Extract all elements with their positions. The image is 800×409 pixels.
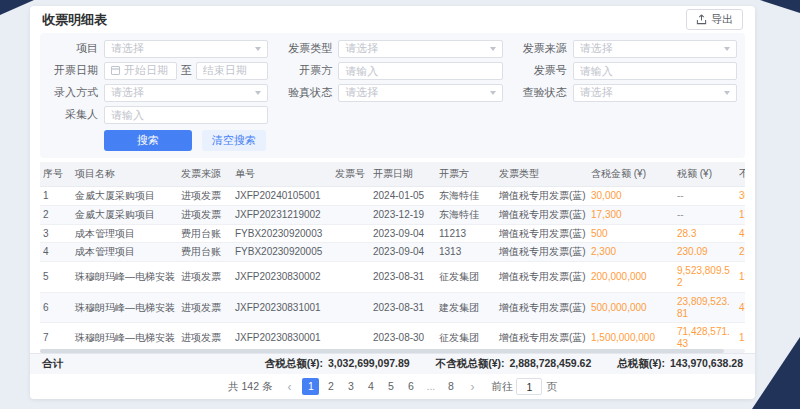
verify-status-select[interactable]: 请选择 [338, 84, 502, 102]
project-label: 项目 [48, 41, 98, 56]
summary-item: 总税额(¥): 143,970,638.28 [617, 357, 743, 371]
entry-method-select[interactable]: 请选择 [104, 84, 268, 102]
table-cell: 500 [588, 224, 674, 243]
table-cell: 珠穆朗玛峰—电梯安装 [72, 262, 178, 293]
collector-input[interactable] [111, 107, 261, 123]
table-cell: 成本管理项目 [72, 224, 178, 243]
table-cell: 费用台账 [178, 224, 232, 243]
table-header-row: 序号项目名称发票来源单号发票号开票日期开票方发票类型含税金额 (¥)税额 (¥)… [40, 162, 745, 187]
column-header: 项目名称 [72, 162, 178, 187]
column-header: 发票来源 [178, 162, 232, 187]
column-header: 开票日期 [370, 162, 436, 187]
export-icon [696, 14, 707, 25]
summary-item: 不含税总额(¥): 2,888,728,459.62 [436, 357, 592, 371]
check-status-label: 查验状态 [517, 85, 567, 100]
table-cell: JXFP20240105001 [232, 187, 332, 206]
table-cell: 增值税专用发票(蓝) [496, 187, 588, 206]
next-page-button[interactable]: › [464, 380, 480, 394]
entry-method-label: 录入方式 [48, 85, 98, 100]
search-button[interactable]: 搜索 [104, 130, 192, 151]
table-cell: 增值税专用发票(蓝) [496, 262, 588, 293]
invoice-type-select[interactable]: 请选择 [338, 40, 502, 58]
table-cell: 增值税专用发票(蓝) [496, 205, 588, 224]
summary-total-label: 合计 [42, 357, 63, 371]
table-cell: 9,523,809.52 [674, 262, 736, 293]
summary-item: 含税总额(¥): 3,032,699,097.89 [265, 357, 410, 371]
page-jump-input[interactable] [516, 378, 542, 395]
table-cell: 2023-09-04 [370, 224, 436, 243]
table-cell: 征发集团 [436, 262, 496, 293]
invoice-source-select[interactable]: 请选择 [573, 40, 737, 58]
screenshot-corner-artifact [752, 337, 800, 409]
table-cell [332, 205, 370, 224]
scrollbar-thumb[interactable] [40, 349, 724, 353]
page-button[interactable]: 4 [362, 378, 379, 395]
invoice-type-label: 发票类型 [282, 41, 332, 56]
invoice-date-label: 开票日期 [48, 63, 98, 78]
table-cell: 增值税专用发票(蓝) [496, 224, 588, 243]
screenshot-corner-artifact [760, 0, 800, 13]
clear-search-button[interactable]: 清空搜索 [202, 130, 266, 151]
table-cell: 增值税专用发票(蓝) [496, 243, 588, 262]
page-button[interactable]: 6 [402, 378, 419, 395]
pagination-total: 共 142 条 [228, 380, 272, 394]
drawer-input[interactable] [345, 63, 495, 79]
date-separator: 至 [181, 63, 192, 78]
table-cell: FYBX20230920003 [232, 224, 332, 243]
horizontal-scrollbar[interactable] [40, 349, 745, 353]
table-cell: 进项发票 [178, 262, 232, 293]
page-button[interactable]: 2 [322, 378, 339, 395]
table-cell: 进项发票 [178, 205, 232, 224]
page-button[interactable]: 5 [382, 378, 399, 395]
table-row[interactable]: 6珠穆朗玛峰—电梯安装进项发票JXFP202308310012023-08-31… [40, 292, 745, 323]
table-row[interactable]: 3成本管理项目费用台账FYBX202309200032023-09-041121… [40, 224, 745, 243]
chevron-down-icon [724, 91, 730, 95]
table-cell: 23,809,523.81 [674, 292, 736, 323]
column-header: 发票类型 [496, 162, 588, 187]
table-cell: 东海特佳 [436, 187, 496, 206]
table-cell: 17,300 [736, 205, 745, 224]
page-button[interactable]: 8 [442, 378, 459, 395]
page-button[interactable]: 3 [342, 378, 359, 395]
column-header: 单号 [232, 162, 332, 187]
prev-page-button[interactable]: ‹ [281, 380, 297, 394]
table-cell: 2,300 [588, 243, 674, 262]
table-row[interactable]: 4成本管理项目费用台账FYBX202309200052023-09-041313… [40, 243, 745, 262]
chevron-down-icon [724, 47, 730, 51]
table-body: 1金威大厦采购项目进项发票JXFP202401050012024-01-05东海… [40, 187, 745, 354]
chevron-down-icon [255, 91, 261, 95]
table-cell: 30,000 [736, 187, 745, 206]
column-header: 发票号 [332, 162, 370, 187]
page-button[interactable]: 1 [302, 378, 319, 395]
page-list: 123456...8 [302, 378, 459, 395]
collector-label: 采集人 [48, 107, 98, 122]
check-status-select[interactable]: 请选择 [573, 84, 737, 102]
table-cell: 471.7 [736, 224, 745, 243]
table-cell [332, 292, 370, 323]
table-cell: 30,000 [588, 187, 674, 206]
table-row[interactable]: 1金威大厦采购项目进项发票JXFP202401050012024-01-05东海… [40, 187, 745, 206]
invoice-no-input[interactable] [580, 63, 730, 79]
table-cell: 4 [40, 243, 72, 262]
table-cell: -- [674, 187, 736, 206]
table-cell: 500,000,000 [588, 292, 674, 323]
table-cell: 1313 [436, 243, 496, 262]
table-cell: 28.3 [674, 224, 736, 243]
project-select[interactable]: 请选择 [104, 40, 268, 58]
summary-row: 合计 含税总额(¥): 3,032,699,097.89 不含税总额(¥): 2… [30, 353, 755, 374]
invoice-detail-card: 收票明细表 导出 项目 请选择 发票类型 [30, 6, 755, 399]
start-date-input[interactable]: 开始日期 [104, 62, 177, 80]
column-header: 含税金额 (¥) [588, 162, 674, 187]
end-date-input[interactable]: 结束日期 [196, 62, 269, 80]
table-cell: 5 [40, 262, 72, 293]
drawer-input-wrap [338, 62, 502, 80]
table-cell: JXFP20230831001 [232, 292, 332, 323]
column-header: 不含税金额 (¥) [736, 162, 745, 187]
table-cell [332, 243, 370, 262]
table-row[interactable]: 5珠穆朗玛峰—电梯安装进项发票JXFP202308300022023-08-31… [40, 262, 745, 293]
drawer-label: 开票方 [282, 63, 332, 78]
table-row[interactable]: 2金威大厦采购项目进项发票JXFP202312190022023-12-19东海… [40, 205, 745, 224]
table-cell: 2 [40, 205, 72, 224]
export-button[interactable]: 导出 [686, 9, 743, 30]
table-cell: 建发集团 [436, 292, 496, 323]
